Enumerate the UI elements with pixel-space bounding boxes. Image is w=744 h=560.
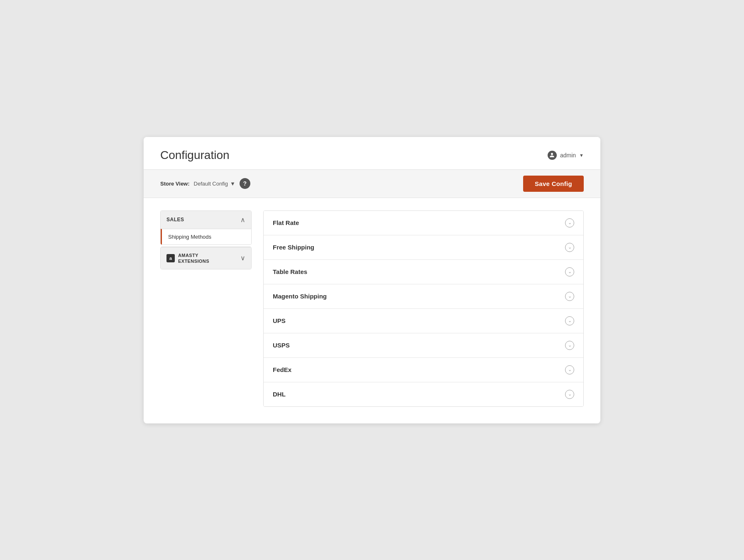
user-icon bbox=[548, 151, 557, 160]
shipping-row-flat-rate[interactable]: Flat Rate⌄ bbox=[264, 211, 583, 235]
shipping-label-7: DHL bbox=[273, 391, 286, 398]
shipping-row-dhl[interactable]: DHL⌄ bbox=[264, 382, 583, 406]
page-title: Configuration bbox=[160, 149, 230, 162]
amasty-section: a AMASTY EXTENSIONS ∨ bbox=[160, 247, 252, 270]
expand-icon-1[interactable]: ⌄ bbox=[565, 243, 574, 252]
shipping-row-magento-shipping[interactable]: Magento Shipping⌄ bbox=[264, 284, 583, 309]
sales-section-header[interactable]: SALES ∧ bbox=[161, 211, 251, 229]
sales-section-title: SALES bbox=[166, 217, 184, 223]
shipping-label-2: Table Rates bbox=[273, 268, 307, 275]
expand-icon-4[interactable]: ⌄ bbox=[565, 316, 574, 325]
shipping-label-3: Magento Shipping bbox=[273, 293, 327, 300]
configuration-card: Configuration admin ▼ Store View: Defaul… bbox=[144, 137, 600, 423]
sidebar-item-label: Shipping Methods bbox=[168, 234, 211, 240]
shipping-row-fedex[interactable]: FedEx⌄ bbox=[264, 358, 583, 382]
store-view-select[interactable]: Default Config ▼ bbox=[194, 181, 235, 187]
shipping-label-4: UPS bbox=[273, 317, 286, 324]
save-config-button[interactable]: Save Config bbox=[523, 176, 584, 192]
expand-icon-5[interactable]: ⌄ bbox=[565, 341, 574, 350]
shipping-row-ups[interactable]: UPS⌄ bbox=[264, 309, 583, 333]
content-area: SALES ∧ Shipping Methods a AMASTY EXTE bbox=[144, 198, 600, 423]
store-view-area: Store View: Default Config ▼ ? bbox=[160, 178, 250, 189]
toolbar: Store View: Default Config ▼ ? Save Conf… bbox=[144, 169, 600, 198]
user-name: admin bbox=[560, 152, 576, 159]
expand-icon-0[interactable]: ⌄ bbox=[565, 218, 574, 227]
help-icon[interactable]: ? bbox=[240, 178, 250, 189]
amasty-text: AMASTY EXTENSIONS bbox=[178, 252, 209, 264]
sales-section: SALES ∧ Shipping Methods bbox=[160, 210, 252, 245]
store-view-value: Default Config bbox=[194, 181, 228, 187]
user-area: admin ▼ bbox=[548, 151, 584, 160]
shipping-label-6: FedEx bbox=[273, 366, 291, 373]
store-view-label: Store View: bbox=[160, 181, 190, 187]
expand-icon-6[interactable]: ⌄ bbox=[565, 365, 574, 374]
shipping-row-free-shipping[interactable]: Free Shipping⌄ bbox=[264, 235, 583, 260]
store-view-dropdown-arrow: ▼ bbox=[230, 181, 235, 187]
shipping-methods-panel: Flat Rate⌄Free Shipping⌄Table Rates⌄Mage… bbox=[263, 210, 584, 407]
user-dropdown-arrow[interactable]: ▼ bbox=[579, 153, 584, 158]
page-header: Configuration admin ▼ bbox=[144, 137, 600, 169]
shipping-label-1: Free Shipping bbox=[273, 244, 314, 251]
shipping-label-0: Flat Rate bbox=[273, 219, 299, 226]
expand-icon-7[interactable]: ⌄ bbox=[565, 390, 574, 399]
expand-icon-3[interactable]: ⌄ bbox=[565, 292, 574, 301]
expand-icon-2[interactable]: ⌄ bbox=[565, 267, 574, 276]
amasty-section-header[interactable]: a AMASTY EXTENSIONS ∨ bbox=[161, 247, 251, 269]
sidebar: SALES ∧ Shipping Methods a AMASTY EXTE bbox=[160, 210, 252, 271]
shipping-row-table-rates[interactable]: Table Rates⌄ bbox=[264, 260, 583, 284]
amasty-chevron-icon: ∨ bbox=[240, 254, 245, 262]
sidebar-item-shipping-methods[interactable]: Shipping Methods bbox=[161, 229, 251, 245]
amasty-title-group: a AMASTY EXTENSIONS bbox=[166, 252, 209, 264]
shipping-row-usps[interactable]: USPS⌄ bbox=[264, 333, 583, 358]
sales-chevron-icon: ∧ bbox=[240, 216, 245, 224]
shipping-label-5: USPS bbox=[273, 342, 290, 349]
amasty-logo: a bbox=[166, 254, 175, 262]
